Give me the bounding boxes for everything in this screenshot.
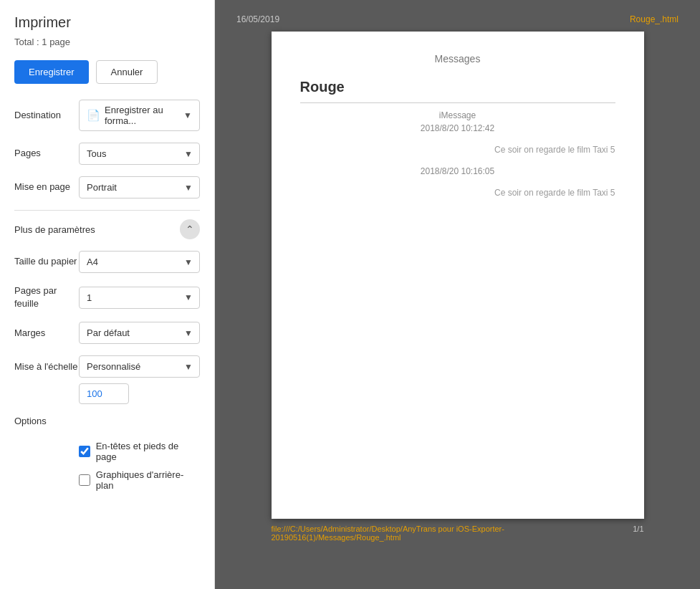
pages-select[interactable]: Tous [79,143,200,165]
preview-footer: file:///C:/Users/Administrator/Desktop/A… [272,525,644,542]
message-timestamp-1: 2018/8/20 10:12:42 [300,123,615,133]
headers-label: En-têtes et pieds de page [96,441,200,462]
message-block-1: iMessage 2018/8/20 10:12:42 [300,110,615,133]
margins-select-wrapper: Par défaut ▼ [79,322,200,344]
pages-per-sheet-select-wrapper: 1 ▼ [79,287,200,309]
destination-value: Enregistrer au forma... [105,105,183,126]
scale-input[interactable] [79,383,129,404]
paper-size-row: Taille du papier A4 ▼ [14,251,200,273]
message-sender-1: iMessage [300,110,615,120]
paper-size-select[interactable]: A4 [79,251,200,273]
preview-panel: 16/05/2019 Rouge_.html Messages Rouge iM… [215,0,700,589]
pages-select-wrapper: Tous ▼ [79,143,200,165]
headers-checkbox-row: En-têtes et pieds de page [79,441,200,462]
section-divider [14,210,200,211]
destination-label: Destination [14,109,79,122]
layout-control: Portrait ▼ [79,176,200,198]
options-section: Options En-têtes et pieds de page Graphi… [14,416,200,491]
scale-row: Mise à l'échelle Personnalisé ▼ [14,355,200,378]
paper-size-select-wrapper: A4 ▼ [79,251,200,273]
message-bubble-right-1: Ce soir on regarde le film Taxi 5 [300,145,615,155]
scale-label: Mise à l'échelle [14,360,79,373]
message-timestamp-2: 2018/8/20 10:16:05 [300,166,615,176]
document-icon: 📄 [87,109,100,122]
preview-footer-page: 1/1 [633,525,643,542]
margins-row: Marges Par défaut ▼ [14,322,200,344]
message-bubble-right-2: Ce soir on regarde le film Taxi 5 [300,188,615,198]
more-params-row[interactable]: Plus de paramètres ⌃ [14,219,200,239]
options-row: Options [14,416,200,434]
scale-select-wrapper: Personnalisé ▼ [79,355,200,378]
scale-control: Personnalisé ▼ [79,355,200,378]
margins-label: Marges [14,327,79,340]
paper-size-label: Taille du papier [14,255,79,268]
destination-dropdown[interactable]: 📄 Enregistrer au forma... ▼ [79,100,200,131]
pages-row: Pages Tous ▼ [14,143,200,165]
layout-select[interactable]: Portrait [79,176,200,198]
margins-select[interactable]: Par défaut [79,322,200,344]
action-buttons: Enregistrer Annuler [14,60,200,84]
layout-row: Mise en page Portrait ▼ [14,176,200,198]
pages-per-sheet-row: Pages par feuille 1 ▼ [14,284,200,310]
save-button[interactable]: Enregistrer [14,60,89,84]
message-block-3: 2018/8/20 10:16:05 [300,166,615,176]
destination-arrow-icon: ▼ [183,110,192,120]
message-block-4: Ce soir on regarde le film Taxi 5 [300,188,615,198]
preview-page: Messages Rouge iMessage 2018/8/20 10:12:… [272,32,644,519]
preview-header-bar: 16/05/2019 Rouge_.html [236,14,679,24]
preview-page-title: Messages [300,53,615,64]
cancel-button[interactable]: Annuler [96,60,158,84]
pages-label: Pages [14,147,79,160]
background-checkbox-row: Graphiques d'arrière-plan [79,469,200,491]
preview-date: 16/05/2019 [236,14,279,24]
scale-input-wrapper [79,383,200,404]
options-label: Options [14,416,79,426]
pages-per-sheet-control: 1 ▼ [79,287,200,309]
layout-select-wrapper: Portrait ▼ [79,176,200,198]
total-pages: Total : 1 page [14,37,200,47]
destination-control: 📄 Enregistrer au forma... ▼ [79,100,200,131]
background-checkbox[interactable] [79,474,90,486]
message-contact: Rouge [300,79,615,103]
pages-control: Tous ▼ [79,143,200,165]
more-params-label: Plus de paramètres [14,224,95,235]
preview-filename: Rouge_.html [630,14,679,24]
pages-per-sheet-select[interactable]: 1 [79,287,200,309]
pages-per-sheet-label: Pages par feuille [14,284,79,310]
print-panel: Imprimer Total : 1 page Enregistrer Annu… [0,0,215,589]
layout-label: Mise en page [14,181,79,193]
margins-control: Par défaut ▼ [79,322,200,344]
scale-select[interactable]: Personnalisé [79,355,200,378]
preview-footer-url: file:///C:/Users/Administrator/Desktop/A… [272,525,633,542]
paper-size-control: A4 ▼ [79,251,200,273]
more-params-toggle[interactable]: ⌃ [180,219,200,239]
message-block-2: Ce soir on regarde le film Taxi 5 [300,145,615,155]
destination-row: Destination 📄 Enregistrer au forma... ▼ [14,100,200,131]
print-title: Imprimer [14,14,200,31]
background-label: Graphiques d'arrière-plan [96,469,200,491]
headers-checkbox[interactable] [79,446,90,457]
